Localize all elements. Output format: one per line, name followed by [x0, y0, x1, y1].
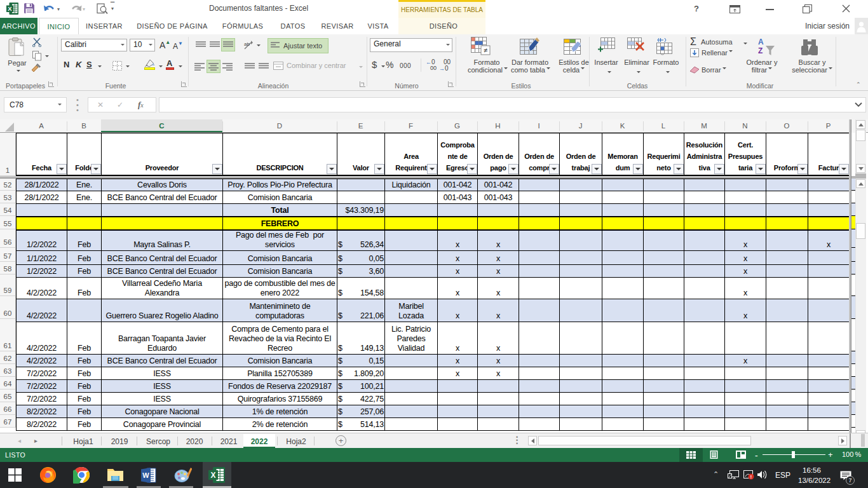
- svg-text:!: !: [750, 475, 752, 479]
- svg-text:A: A: [758, 37, 764, 46]
- svg-text:W: W: [142, 471, 149, 479]
- svg-text:ab: ab: [244, 41, 250, 47]
- svg-text:X: X: [8, 5, 12, 12]
- svg-text:Z: Z: [758, 46, 763, 55]
- svg-text:X: X: [210, 471, 215, 480]
- svg-text:≠: ≠: [484, 46, 487, 54]
